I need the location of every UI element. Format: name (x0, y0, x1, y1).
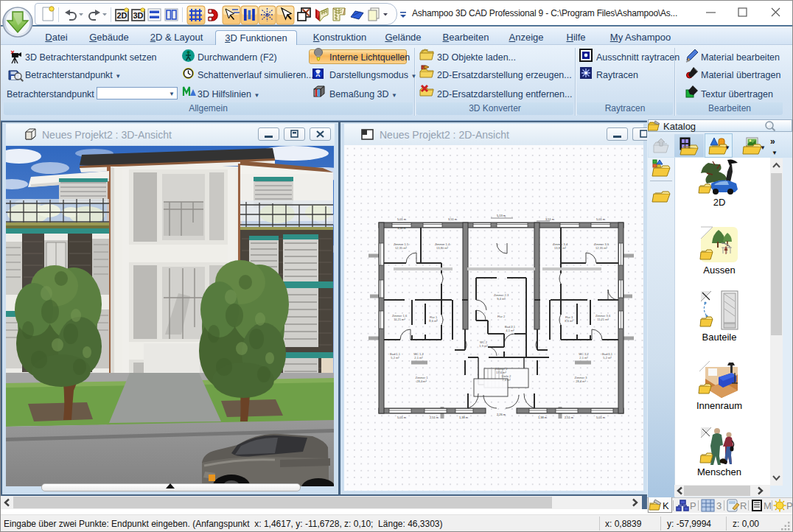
svg-text:8,6 m²: 8,6 m² (429, 319, 438, 323)
svg-text:3,51 m: 3,51 m (448, 217, 458, 221)
svg-text:3,51 m: 3,51 m (545, 217, 555, 221)
svg-text:3: 3 (716, 500, 722, 511)
svg-text:12,35 m²: 12,35 m² (595, 246, 607, 250)
svg-text:1,38 m: 1,38 m (459, 416, 469, 419)
svg-text:R: R (740, 500, 747, 511)
svg-text:11,21 m²: 11,21 m² (394, 318, 405, 321)
svg-text:4,1 m²: 4,1 m² (506, 329, 514, 332)
svg-text:M: M (764, 500, 772, 511)
svg-text:K: K (663, 500, 669, 511)
svg-text:13,80 m²: 13,80 m² (554, 246, 566, 250)
svg-text:28,4 m²: 28,4 m² (416, 379, 427, 383)
svg-text:11,21 m²: 11,21 m² (597, 318, 609, 321)
svg-text:12,35 m²: 12,35 m² (395, 246, 407, 250)
svg-text:2,26 m: 2,26 m (497, 413, 506, 416)
svg-text:P: P (786, 500, 793, 511)
svg-text:5,01 m: 5,01 m (596, 217, 606, 221)
svg-text:8,6 m²: 8,6 m² (565, 319, 573, 323)
svg-text:28,4 m²: 28,4 m² (576, 379, 586, 383)
svg-text:5,2 m²: 5,2 m² (391, 356, 399, 360)
svg-text:1,38 m: 1,38 m (538, 416, 548, 419)
svg-text:Flur 2: Flur 2 (497, 315, 506, 318)
svg-text:17,6 m²: 17,6 m² (496, 371, 506, 374)
svg-text:4,38 m: 4,38 m (398, 227, 406, 230)
svg-text:2,1 m²: 2,1 m² (414, 356, 423, 360)
svg-text:5,01 m: 5,01 m (596, 416, 606, 419)
svg-text:5,01 m: 5,01 m (397, 416, 407, 419)
svg-text:13,80 m²: 13,80 m² (436, 246, 448, 250)
svg-text:5,13 m: 5,13 m (497, 214, 506, 217)
svg-text:2,51 m: 2,51 m (430, 416, 439, 419)
svg-text:1,9 m²: 1,9 m² (479, 344, 488, 348)
svg-text:9,4 m²: 9,4 m² (497, 297, 506, 301)
svg-text:2,1 m²: 2,1 m² (579, 356, 588, 360)
svg-text:5,01 m: 5,01 m (397, 217, 407, 221)
svg-text:5,2 m²: 5,2 m² (603, 356, 612, 360)
svg-text:P: P (690, 500, 696, 511)
svg-text:2,51 m: 2,51 m (565, 416, 574, 419)
